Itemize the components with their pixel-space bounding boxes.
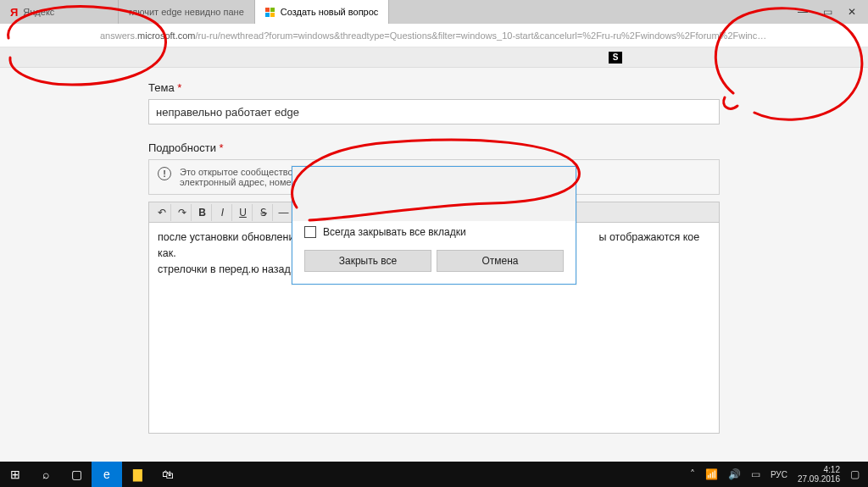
taskbar: ⊞ ⌕ ▢ e ▇ 🛍 ˄ 📶 🔊 ▭ РУС 4:12 27.09.2016 … xyxy=(0,462,868,487)
edge-taskbar-icon[interactable]: e xyxy=(92,462,122,487)
tray-clock[interactable]: 4:12 27.09.2016 xyxy=(798,465,840,484)
strike-button[interactable]: S̶ xyxy=(254,204,273,221)
browser-tabs-bar: Я Яндекс глючит edge невидно пане Создат… xyxy=(0,0,868,24)
tab-edge-issue[interactable]: глючит edge невидно пане xyxy=(119,0,255,24)
tab-label: Яндекс xyxy=(23,7,54,17)
checkbox-label: Всегда закрывать все вкладки xyxy=(323,226,466,238)
maximize-button[interactable]: ▭ xyxy=(823,6,832,18)
yandex-icon: Я xyxy=(10,6,18,19)
hr-button[interactable]: — xyxy=(275,204,293,221)
cancel-button[interactable]: Отмена xyxy=(437,250,564,272)
subject-input[interactable] xyxy=(148,99,720,125)
start-button[interactable]: ⊞ xyxy=(0,462,31,487)
search-button[interactable]: ⌕ xyxy=(31,462,61,487)
window-controls: — ▭ ✕ xyxy=(798,0,868,24)
minimize-button[interactable]: — xyxy=(798,6,808,18)
details-label: Подробности * xyxy=(148,141,720,154)
tray-language[interactable]: РУС xyxy=(771,470,787,479)
tray-chevron-icon[interactable]: ˄ xyxy=(690,468,695,480)
redo-button[interactable]: ↷ xyxy=(173,204,192,221)
tab-new-question[interactable]: Создать новый вопрос xyxy=(255,0,390,24)
italic-button[interactable]: I xyxy=(214,204,232,221)
microsoft-icon xyxy=(265,7,275,17)
tray-volume-icon[interactable]: 🔊 xyxy=(728,468,741,480)
always-close-checkbox[interactable] xyxy=(304,226,316,238)
extension-icon[interactable]: S xyxy=(609,52,622,64)
dialog-buttons: Закрыть все Отмена xyxy=(292,250,576,284)
tab-label: глючит edge невидно пане xyxy=(129,7,244,17)
bold-button[interactable]: B xyxy=(193,204,212,221)
dialog-checkbox-row: Всегда закрывать все вкладки xyxy=(292,221,576,250)
tab-yandex[interactable]: Я Яндекс xyxy=(0,0,119,24)
close-tabs-dialog: Всегда закрывать все вкладки Закрыть все… xyxy=(292,166,576,285)
extensions-strip: S xyxy=(0,47,868,68)
tray-network-icon[interactable]: 📶 xyxy=(705,468,718,480)
url-text: answers.microsoft.com/ru-ru/newthread?fo… xyxy=(100,30,766,41)
address-bar[interactable]: answers.microsoft.com/ru-ru/newthread?fo… xyxy=(0,24,868,47)
tray-battery-icon[interactable]: ▭ xyxy=(751,468,760,480)
info-icon: ! xyxy=(158,167,171,180)
explorer-taskbar-icon[interactable]: ▇ xyxy=(122,462,153,487)
subject-label: Тема * xyxy=(148,81,720,94)
underline-button[interactable]: U xyxy=(234,204,253,221)
dialog-header-area xyxy=(292,167,576,221)
store-taskbar-icon[interactable]: 🛍 xyxy=(153,462,183,487)
close-button[interactable]: ✕ xyxy=(848,6,856,18)
undo-button[interactable]: ↶ xyxy=(153,204,171,221)
tab-label: Создать новый вопрос xyxy=(281,7,379,17)
action-center-icon[interactable]: ▢ xyxy=(850,468,860,480)
close-all-button[interactable]: Закрыть все xyxy=(304,250,431,272)
task-view-button[interactable]: ▢ xyxy=(61,462,92,487)
